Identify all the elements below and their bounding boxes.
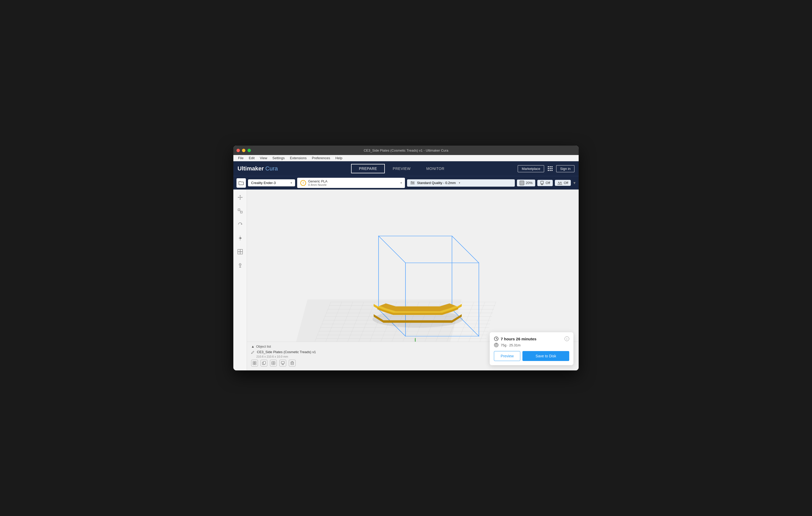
move-tool[interactable]: [235, 193, 245, 202]
printer-selector[interactable]: Creality Ender-3 ▾: [248, 179, 295, 186]
edit-icon: [251, 350, 255, 354]
multiply-tool[interactable]: [235, 247, 245, 256]
object-name: CE3_Side Plates (Cosmetic Treads) v1: [257, 350, 316, 354]
tab-preview[interactable]: PREVIEW: [385, 164, 418, 173]
nav-right: Marketplace Sign in: [518, 165, 575, 172]
svg-rect-64: [255, 363, 256, 365]
material-sub: 0.4mm Nozzle: [308, 183, 327, 186]
delete-action[interactable]: [289, 360, 296, 366]
material-info: Generic PLA 0.4mm Nozzle: [308, 179, 327, 186]
svg-point-83: [495, 344, 497, 346]
signin-button[interactable]: Sign in: [556, 165, 575, 172]
rotate-tool[interactable]: [235, 220, 245, 229]
menu-settings[interactable]: Settings: [270, 155, 287, 160]
window-title: CE3_Side Plates (Cosmetic Treads) v1 - U…: [364, 149, 448, 152]
maximize-button[interactable]: [248, 149, 251, 152]
duplicate-action[interactable]: [261, 360, 267, 366]
svg-line-60: [254, 351, 254, 352]
infill-value: 20%: [526, 181, 532, 185]
svg-rect-66: [263, 362, 265, 364]
adhesion-selector[interactable]: Off: [555, 180, 571, 186]
quality-dropdown-arrow: ▾: [459, 181, 460, 184]
settings-expand-arrow[interactable]: ▾: [573, 180, 576, 185]
logo: Ultimaker Cura: [237, 165, 278, 172]
print-buttons: Preview Save to Disk: [494, 351, 569, 361]
marketplace-button[interactable]: Marketplace: [518, 165, 544, 172]
svg-rect-3: [411, 181, 412, 182]
object-list-label: Object list: [256, 344, 271, 348]
per-object-action[interactable]: [270, 360, 277, 366]
left-sidebar: [233, 189, 247, 370]
titlebar: CE3_Side Plates (Cosmetic Treads) v1 - U…: [233, 146, 579, 155]
menu-preferences[interactable]: Preferences: [309, 155, 333, 160]
preview-button[interactable]: Preview: [494, 351, 520, 361]
svg-rect-22: [238, 249, 240, 252]
menu-edit[interactable]: Edit: [246, 155, 257, 160]
svg-rect-12: [541, 181, 543, 184]
tab-prepare[interactable]: PREPARE: [351, 164, 385, 173]
menu-extensions[interactable]: Extensions: [287, 155, 309, 160]
support-selector[interactable]: Off: [537, 180, 553, 186]
menu-file[interactable]: File: [235, 155, 246, 160]
tab-monitor[interactable]: MONITOR: [418, 164, 452, 173]
print-time-value: 7 hours 26 minutes: [501, 337, 536, 341]
printer-name: Creality Ender-3: [251, 181, 276, 185]
clock-icon: [494, 336, 499, 341]
save-to-disk-button[interactable]: Save to Disk: [522, 351, 569, 361]
material-selector[interactable]: ! Generic PLA 0.4mm Nozzle ▾: [297, 178, 405, 188]
svg-rect-18: [238, 209, 240, 211]
menubar: File Edit View Settings Extensions Prefe…: [233, 155, 579, 161]
mirror-tool[interactable]: [235, 234, 245, 243]
svg-rect-62: [255, 362, 256, 363]
material-icon: [494, 343, 499, 347]
menu-view[interactable]: View: [257, 155, 270, 160]
navbar: Ultimaker Cura PREPARE PREVIEW MONITOR M…: [233, 161, 579, 176]
nav-tabs: PREPARE PREVIEW MONITOR: [351, 164, 452, 173]
logo-ultimaker: Ultimaker: [237, 165, 264, 172]
scale-tool[interactable]: [235, 206, 245, 216]
svg-rect-24: [238, 252, 240, 254]
material-name: Generic PLA: [308, 179, 327, 183]
settings-selector[interactable]: Standard Quality - 0.2mm ▾: [407, 179, 515, 187]
support-value: Off: [546, 181, 550, 185]
printer-dropdown-arrow: ▾: [291, 181, 292, 184]
print-time-row: 7 hours 26 minutes i: [494, 336, 569, 341]
print-material-row: 75g · 25.31m: [494, 343, 569, 347]
svg-rect-13: [541, 184, 543, 185]
svg-rect-25: [240, 252, 242, 254]
svg-rect-2: [410, 184, 415, 184]
svg-rect-63: [253, 363, 254, 365]
support-tool[interactable]: [235, 261, 245, 270]
logo-cura: Cura: [265, 165, 278, 172]
info-button[interactable]: i: [564, 336, 569, 341]
toolbar: Creality Ender-3 ▾ ! Generic PLA 0.4mm N…: [233, 176, 579, 189]
svg-point-27: [240, 264, 240, 265]
viewport[interactable]: ▲ Object list CE3_Side Plates (Cosmetic …: [247, 189, 579, 370]
print-time-left: 7 hours 26 minutes: [494, 336, 536, 341]
view-action[interactable]: [251, 360, 258, 366]
main-content: ▲ Object list CE3_Side Plates (Cosmetic …: [233, 189, 579, 370]
svg-rect-0: [410, 182, 415, 182]
svg-line-20: [240, 211, 240, 211]
svg-rect-19: [240, 211, 242, 213]
svg-rect-23: [240, 249, 242, 252]
open-folder-button[interactable]: [236, 178, 246, 188]
minimize-button[interactable]: [242, 149, 245, 152]
material-dropdown-arrow: ▾: [401, 181, 402, 184]
adhesion-value: Off: [564, 181, 568, 185]
print-material-value: 75g · 25.31m: [501, 343, 521, 347]
svg-rect-4: [413, 182, 413, 183]
box-top: [379, 236, 479, 263]
infill-selector[interactable]: 20%: [517, 180, 535, 186]
print-panel: 7 hours 26 minutes i 75g · 25.31m Previe…: [490, 332, 573, 365]
svg-line-81: [496, 339, 497, 339]
close-button[interactable]: [236, 149, 240, 152]
traffic-lights: [236, 149, 251, 152]
svg-rect-61: [253, 362, 254, 363]
menu-help[interactable]: Help: [333, 155, 345, 160]
support-action[interactable]: [280, 360, 286, 366]
apps-grid-icon[interactable]: [547, 165, 554, 172]
app-window: CE3_Side Plates (Cosmetic Treads) v1 - U…: [233, 146, 579, 370]
svg-rect-74: [291, 362, 293, 365]
collapse-arrow[interactable]: ▲: [251, 344, 255, 348]
